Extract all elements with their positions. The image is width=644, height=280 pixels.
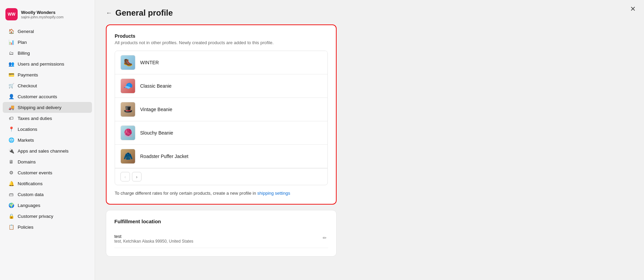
sidebar-item-locations[interactable]: 📍 Locations xyxy=(3,124,92,135)
sidebar-item-payments[interactable]: 💳 Payments xyxy=(3,69,92,80)
sidebar-label-notifications: Notifications xyxy=(18,181,43,186)
shipping-settings-link[interactable]: shipping settings xyxy=(257,191,290,196)
prev-page-button[interactable]: ‹ xyxy=(120,172,130,181)
policies-icon: 📋 xyxy=(8,224,14,230)
sidebar-label-customer-privacy: Customer privacy xyxy=(18,214,53,219)
sidebar-item-users[interactable]: 👥 Users and permissions xyxy=(3,58,92,69)
sidebar-label-users: Users and permissions xyxy=(18,62,64,67)
product-list: 🥾 WINTER 🧢 Classic Beanie 🎩 Vintage Bean… xyxy=(115,51,328,185)
product-item[interactable]: 🎩 Vintage Beanie xyxy=(115,98,327,121)
products-card-footer: To charge different rates for only certa… xyxy=(115,191,328,196)
sidebar-label-domains: Domains xyxy=(18,159,36,164)
sidebar-label-billing: Billing xyxy=(18,51,30,56)
plan-icon: 📊 xyxy=(8,39,14,45)
store-info: Woolly Wonders sajini-john.myshopify.com xyxy=(21,10,63,19)
checkout-icon: 🛒 xyxy=(8,83,14,89)
customer-privacy-icon: 🔒 xyxy=(8,213,14,219)
product-name: Slouchy Beanie xyxy=(140,130,173,136)
sidebar-label-customer-events: Customer events xyxy=(18,170,52,175)
store-url: sajini-john.myshopify.com xyxy=(21,15,63,19)
store-name: Woolly Wonders xyxy=(21,10,63,15)
sidebar-label-customer-accounts: Customer accounts xyxy=(18,94,57,99)
store-avatar: WW xyxy=(5,8,18,20)
location-address: test, Ketchikan Alaska 99950, United Sta… xyxy=(114,239,193,244)
products-card: Products All products not in other profi… xyxy=(106,24,337,205)
notifications-icon: 🔔 xyxy=(8,180,14,187)
product-thumbnail: 🧥 xyxy=(120,149,135,164)
customer-accounts-icon: 👤 xyxy=(8,93,14,100)
users-icon: 👥 xyxy=(8,61,14,67)
sidebar-item-notifications[interactable]: 🔔 Notifications xyxy=(3,178,92,189)
products-subtitle: All products not in other profiles. Newl… xyxy=(115,40,328,45)
page-header: ← General profile xyxy=(106,8,633,18)
close-button[interactable]: ✕ xyxy=(630,5,636,12)
sidebar-label-checkout: Checkout xyxy=(18,83,37,88)
sidebar-item-apps[interactable]: 🔌 Apps and sales channels xyxy=(3,145,92,156)
sidebar-item-shipping[interactable]: 🚚 Shipping and delivery xyxy=(3,102,92,113)
locations-icon: 📍 xyxy=(8,126,14,132)
store-header[interactable]: WW Woolly Wonders sajini-john.myshopify.… xyxy=(0,5,95,26)
main-content: ✕ ← General profile Products All product… xyxy=(95,0,644,280)
sidebar-item-policies[interactable]: 📋 Policies xyxy=(3,222,92,232)
sidebar-label-locations: Locations xyxy=(18,127,37,132)
sidebar-label-policies: Policies xyxy=(18,225,34,230)
sidebar-label-plan: Plan xyxy=(18,40,27,45)
sidebar-label-markets: Markets xyxy=(18,138,34,143)
next-page-button[interactable]: › xyxy=(132,172,141,181)
product-item[interactable]: 🥾 WINTER xyxy=(115,51,327,74)
pagination-row: ‹ › xyxy=(115,168,327,185)
product-name: WINTER xyxy=(140,60,159,65)
fulfillment-title: Fulfillment location xyxy=(114,218,328,224)
sidebar-item-general[interactable]: 🏠 General xyxy=(3,26,92,37)
apps-icon: 🔌 xyxy=(8,148,14,154)
product-thumbnail: 🥾 xyxy=(120,55,135,70)
sidebar: WW Woolly Wonders sajini-john.myshopify.… xyxy=(0,0,95,280)
product-name: Roadster Puffer Jacket xyxy=(140,154,188,159)
sidebar-label-shipping: Shipping and delivery xyxy=(18,105,61,110)
sidebar-label-languages: Languages xyxy=(18,203,40,208)
languages-icon: 🌍 xyxy=(8,202,14,208)
product-item[interactable]: 🧶 Slouchy Beanie xyxy=(115,121,327,145)
customer-events-icon: ⚙ xyxy=(8,170,14,176)
sidebar-item-customer-events[interactable]: ⚙ Customer events xyxy=(3,167,92,178)
fulfillment-item: test test, Ketchikan Alaska 99950, Unite… xyxy=(114,230,328,248)
page-title: General profile xyxy=(115,8,173,18)
product-thumbnail: 🎩 xyxy=(120,102,135,117)
shipping-icon: 🚚 xyxy=(8,104,14,110)
sidebar-item-billing[interactable]: 🗂 Billing xyxy=(3,48,92,58)
edit-icon[interactable]: ✏ xyxy=(321,234,328,242)
product-thumbnail: 🧶 xyxy=(120,125,135,140)
sidebar-item-domains[interactable]: 🖥 Domains xyxy=(3,156,92,167)
general-icon: 🏠 xyxy=(8,28,14,34)
sidebar-item-customer-privacy[interactable]: 🔒 Customer privacy xyxy=(3,211,92,222)
product-thumbnail: 🧢 xyxy=(120,78,135,93)
domains-icon: 🖥 xyxy=(8,159,14,165)
sidebar-item-custom-data[interactable]: 🗃 Custom data xyxy=(3,189,92,200)
product-name: Vintage Beanie xyxy=(140,107,172,112)
sidebar-label-custom-data: Custom data xyxy=(18,192,44,197)
products-title: Products xyxy=(115,33,328,39)
sidebar-item-customer-accounts[interactable]: 👤 Customer accounts xyxy=(3,91,92,102)
sidebar-item-languages[interactable]: 🌍 Languages xyxy=(3,200,92,211)
sidebar-label-payments: Payments xyxy=(18,72,38,77)
billing-icon: 🗂 xyxy=(8,50,14,56)
fulfillment-card: Fulfillment location test test, Ketchika… xyxy=(106,210,337,257)
payments-icon: 💳 xyxy=(8,72,14,78)
product-name: Classic Beanie xyxy=(140,83,172,89)
sidebar-label-apps: Apps and sales channels xyxy=(18,148,69,154)
markets-icon: 🌐 xyxy=(8,137,14,143)
sidebar-item-checkout[interactable]: 🛒 Checkout xyxy=(3,80,92,91)
taxes-icon: 🏷 xyxy=(8,115,14,121)
sidebar-label-general: General xyxy=(18,29,34,34)
custom-data-icon: 🗃 xyxy=(8,191,14,197)
back-button[interactable]: ← xyxy=(106,10,112,17)
footer-text: To charge different rates for only certa… xyxy=(115,191,257,196)
product-item[interactable]: 🧥 Roadster Puffer Jacket xyxy=(115,145,327,168)
sidebar-item-plan[interactable]: 📊 Plan xyxy=(3,37,92,48)
sidebar-label-taxes: Taxes and duties xyxy=(18,116,52,121)
location-name: test xyxy=(114,234,193,239)
sidebar-item-taxes[interactable]: 🏷 Taxes and duties xyxy=(3,113,92,124)
product-item[interactable]: 🧢 Classic Beanie xyxy=(115,74,327,98)
sidebar-item-markets[interactable]: 🌐 Markets xyxy=(3,135,92,145)
